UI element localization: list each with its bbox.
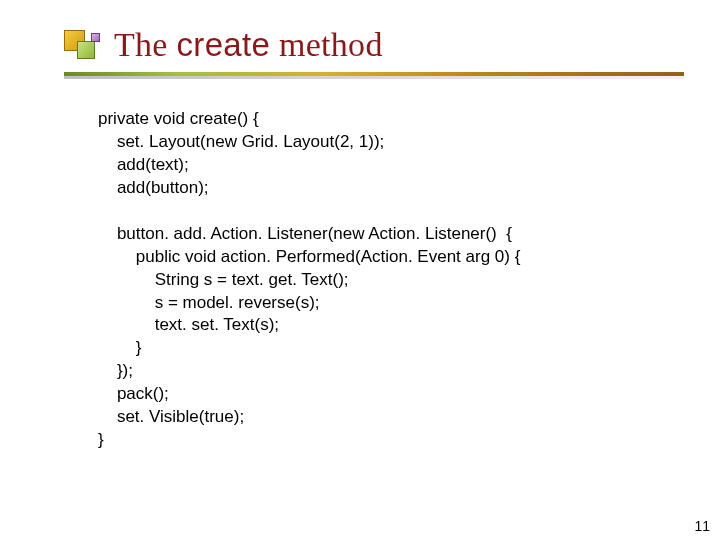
title-underline — [64, 72, 684, 79]
code-line: } — [98, 430, 104, 449]
code-line: String s = text. get. Text(); — [98, 270, 349, 289]
slide: The create method private void create() … — [0, 0, 720, 540]
page-number: 11 — [694, 518, 710, 534]
code-line: add(button); — [98, 178, 209, 197]
code-line: }); — [98, 361, 133, 380]
code-line: button. add. Action. Listener(new Action… — [98, 224, 512, 243]
code-line: set. Visible(true); — [98, 407, 244, 426]
code-line: pack(); — [98, 384, 169, 403]
decorative-squares-icon — [64, 27, 100, 63]
code-line: s = model. reverse(s); — [98, 293, 320, 312]
code-block: private void create() { set. Layout(new … — [98, 108, 660, 452]
title-keyword: create — [177, 26, 271, 63]
code-line: add(text); — [98, 155, 189, 174]
code-line: private void create() { — [98, 109, 259, 128]
code-line: set. Layout(new Grid. Layout(2, 1)); — [98, 132, 384, 151]
title-prefix: The — [114, 26, 177, 63]
title-suffix: method — [270, 26, 383, 63]
code-line: public void action. Performed(Action. Ev… — [98, 247, 520, 266]
code-line: } — [98, 338, 141, 357]
code-line: text. set. Text(s); — [98, 315, 279, 334]
slide-title: The create method — [114, 26, 383, 64]
title-bar: The create method — [64, 26, 383, 64]
